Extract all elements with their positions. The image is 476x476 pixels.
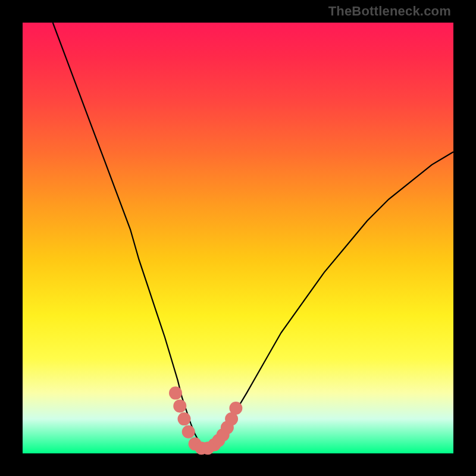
chart-svg (23, 23, 453, 453)
watermark-text: TheBottleneck.com (328, 4, 451, 19)
highlight-dots (169, 387, 242, 455)
plot-area (23, 23, 453, 453)
highlight-dot (173, 399, 186, 412)
highlight-dot (178, 412, 191, 425)
highlight-dot (182, 425, 195, 439)
bottleneck-chart: TheBottleneck.com (0, 0, 476, 476)
bottleneck-curve (53, 23, 453, 449)
highlight-dot (169, 387, 182, 400)
highlight-dot (229, 402, 242, 415)
